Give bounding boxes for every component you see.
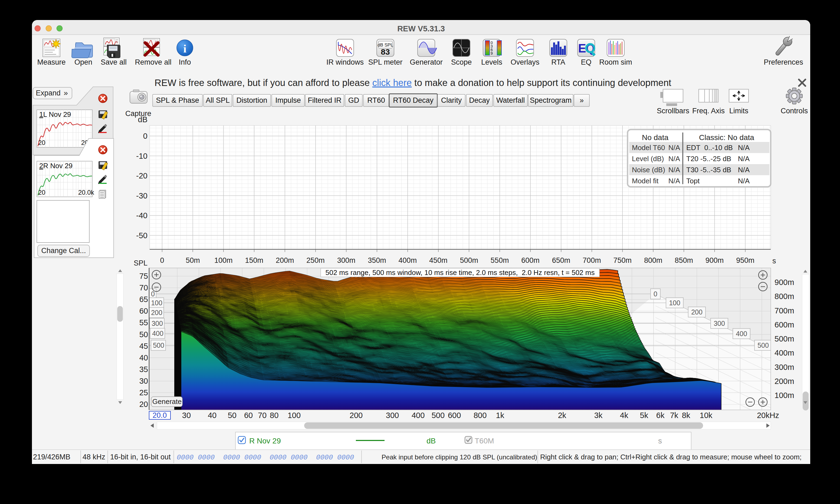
svg-text:RT60 Decay: RT60 Decay bbox=[393, 96, 434, 104]
svg-text:0: 0 bbox=[160, 256, 164, 265]
svg-text:2R Nov 29: 2R Nov 29 bbox=[39, 162, 72, 170]
svg-text:800m: 800m bbox=[774, 292, 794, 301]
svg-text:REW is free software, but if y: REW is free software, but if you can aff… bbox=[155, 77, 671, 88]
svg-text:Waterfall: Waterfall bbox=[496, 96, 525, 104]
svg-text:100m: 100m bbox=[214, 256, 233, 265]
svg-text:300: 300 bbox=[386, 411, 399, 420]
svg-text:250m: 250m bbox=[307, 256, 325, 265]
svg-text:dB: dB bbox=[426, 437, 436, 445]
svg-text:900m: 900m bbox=[774, 278, 794, 287]
svg-text:500m: 500m bbox=[774, 335, 794, 343]
svg-text:Levels: Levels bbox=[481, 58, 502, 66]
svg-text:4k: 4k bbox=[620, 411, 628, 420]
svg-text:N/A: N/A bbox=[738, 155, 750, 163]
svg-text:6k: 6k bbox=[656, 411, 665, 420]
svg-text:E: E bbox=[578, 42, 586, 55]
svg-text:T30 -5..-35 dB: T30 -5..-35 dB bbox=[686, 166, 731, 174]
svg-text:300m: 300m bbox=[774, 363, 794, 372]
svg-text:300: 300 bbox=[152, 320, 163, 327]
svg-text:20: 20 bbox=[38, 189, 46, 196]
svg-text:20.0k: 20.0k bbox=[78, 189, 94, 196]
svg-text:s: s bbox=[658, 437, 662, 445]
svg-text:70: 70 bbox=[258, 411, 266, 420]
svg-text:60: 60 bbox=[244, 411, 253, 420]
svg-text:i: i bbox=[183, 42, 187, 55]
svg-text:150m: 150m bbox=[245, 256, 263, 265]
svg-text:RTA: RTA bbox=[551, 58, 565, 66]
svg-text:REW V5.31.3: REW V5.31.3 bbox=[397, 24, 445, 33]
svg-text:60: 60 bbox=[139, 307, 148, 315]
svg-text:55: 55 bbox=[139, 318, 148, 327]
svg-text:700m: 700m bbox=[583, 256, 601, 265]
svg-text:600: 600 bbox=[448, 411, 461, 420]
svg-text:650m: 650m bbox=[552, 256, 571, 265]
svg-text:3k: 3k bbox=[594, 411, 603, 420]
svg-text:40: 40 bbox=[208, 411, 216, 420]
svg-text:0: 0 bbox=[653, 290, 657, 298]
svg-text:SPL: SPL bbox=[134, 259, 147, 267]
svg-text:50: 50 bbox=[139, 330, 148, 339]
svg-text:50m: 50m bbox=[186, 256, 200, 265]
svg-text:200m: 200m bbox=[276, 256, 294, 265]
svg-text:s: s bbox=[772, 257, 776, 265]
svg-text:20.0: 20.0 bbox=[153, 411, 167, 419]
svg-text:219/426MB: 219/426MB bbox=[33, 453, 70, 461]
svg-text:Controls: Controls bbox=[781, 107, 808, 115]
svg-text:400m: 400m bbox=[774, 348, 794, 357]
svg-text:Generate: Generate bbox=[152, 397, 181, 406]
svg-text:75: 75 bbox=[139, 272, 148, 281]
svg-text:N/A: N/A bbox=[668, 166, 680, 174]
svg-text:EDT 0..-10 dB: EDT 0..-10 dB bbox=[686, 144, 733, 152]
svg-text:Scrollbars: Scrollbars bbox=[657, 107, 689, 115]
svg-text:800: 800 bbox=[474, 411, 487, 420]
svg-text:200: 200 bbox=[350, 411, 363, 420]
svg-text:100: 100 bbox=[669, 299, 680, 307]
svg-text:80: 80 bbox=[270, 411, 278, 420]
svg-text:350m: 350m bbox=[368, 256, 386, 265]
svg-text:100: 100 bbox=[288, 411, 301, 420]
svg-text:400: 400 bbox=[736, 330, 747, 338]
svg-text:500: 500 bbox=[153, 342, 164, 349]
svg-text:Remove all: Remove all bbox=[135, 58, 171, 66]
svg-text:Level (dB): Level (dB) bbox=[632, 155, 664, 163]
svg-text:10k: 10k bbox=[700, 411, 713, 420]
svg-text:48 kHz: 48 kHz bbox=[83, 453, 105, 461]
svg-text:1L Nov 29: 1L Nov 29 bbox=[39, 110, 71, 119]
svg-text:Freq. Axis: Freq. Axis bbox=[692, 107, 725, 115]
svg-text:Peak input before clipping 120: Peak input before clipping 120 dB SPL (u… bbox=[382, 453, 537, 461]
svg-text:450m: 450m bbox=[429, 256, 448, 265]
svg-text:0000 0000 0000 0000 0000 000: 0000 0000 0000 0000 0000 0000 0000 0000 bbox=[177, 453, 354, 462]
svg-text:Save all: Save all bbox=[101, 58, 127, 66]
svg-text:300: 300 bbox=[714, 320, 725, 327]
svg-text:GD: GD bbox=[348, 96, 360, 104]
svg-text:750m: 750m bbox=[613, 256, 632, 265]
svg-text:Limits: Limits bbox=[729, 107, 749, 115]
svg-text:EQ: EQ bbox=[581, 58, 591, 66]
svg-text:SPL meter: SPL meter bbox=[368, 58, 403, 66]
svg-text:600m: 600m bbox=[521, 256, 540, 265]
svg-text:25: 25 bbox=[139, 388, 148, 397]
svg-text:Right click & drag to pan; Ctr: Right click & drag to pan; Ctrl+Right cl… bbox=[540, 453, 802, 461]
svg-text:Info: Info bbox=[179, 58, 191, 66]
svg-text:dB: dB bbox=[138, 115, 147, 124]
svg-text:500m: 500m bbox=[460, 256, 478, 265]
svg-text:0: 0 bbox=[143, 132, 147, 140]
svg-text:Model T60: Model T60 bbox=[632, 144, 665, 152]
svg-text:300m: 300m bbox=[337, 256, 355, 265]
svg-text:900m: 900m bbox=[705, 256, 724, 265]
svg-text:N/A: N/A bbox=[738, 144, 750, 152]
svg-text:dB SPL: dB SPL bbox=[378, 42, 393, 48]
svg-text:200: 200 bbox=[691, 308, 702, 316]
svg-text:200: 200 bbox=[151, 309, 162, 316]
svg-text:N/A: N/A bbox=[668, 155, 680, 163]
svg-text:-30: -30 bbox=[136, 192, 147, 200]
svg-text:Impulse: Impulse bbox=[275, 96, 301, 104]
svg-text:20: 20 bbox=[139, 400, 148, 409]
svg-text:550m: 550m bbox=[491, 256, 509, 265]
svg-text:8k: 8k bbox=[682, 411, 690, 420]
svg-text:Expand: Expand bbox=[36, 89, 60, 97]
svg-text:5k: 5k bbox=[640, 411, 648, 420]
svg-text:30: 30 bbox=[182, 411, 191, 420]
svg-text:Decay: Decay bbox=[469, 96, 490, 104]
svg-text:N/A: N/A bbox=[738, 166, 750, 174]
